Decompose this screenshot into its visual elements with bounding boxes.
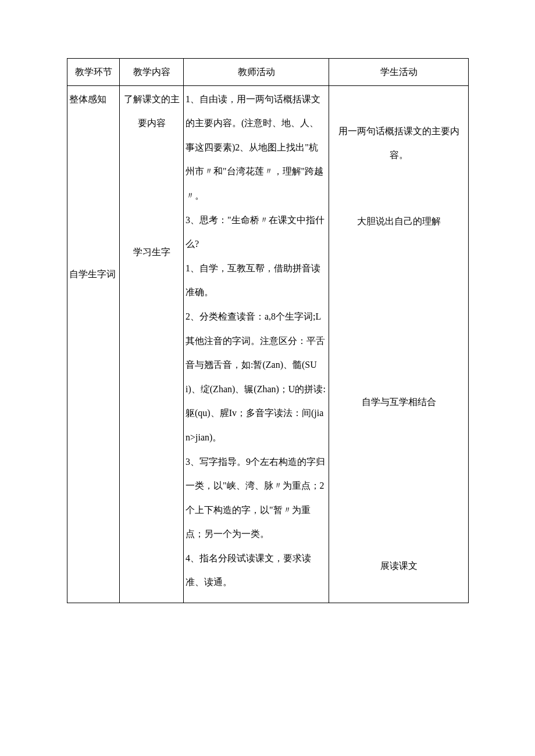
content-main: 了解课文的主要内容 (122, 87, 181, 135)
header-teacher: 教师活动 (184, 59, 329, 86)
cell-stage: 整体感知 自学生字词 (67, 85, 120, 603)
student-p3: 自学与互学相结合 (331, 390, 466, 414)
content-chars: 学习生字 (122, 240, 181, 264)
teacher-p4: 2、分类检查读音：a,8个生字词;L其他注音的字词。注意区分：平舌音与翘舌音，如… (186, 304, 327, 450)
stage-vocab: 自学生字词 (69, 262, 117, 286)
table-row: 整体感知 自学生字词 了解课文的主要内容 学习生字 1、自由读，用一两句话概括课… (67, 85, 469, 603)
teacher-p3: 1、自学，互教互帮，借助拼音读准确。 (186, 256, 327, 304)
teacher-p2: 3、思考："生命桥〃在课文中指什么? (186, 208, 327, 256)
teacher-p6: 4、指名分段试读课文，要求读准、读通。 (186, 546, 327, 594)
cell-teacher: 1、自由读，用一两句话概括课文的主要内容。(注意时、地、人、事这四要素)2、从地… (184, 85, 329, 603)
student-p1: 用一两句话概括课文的主要内容。 (331, 119, 466, 167)
student-p4: 展读课文 (331, 554, 466, 578)
cell-content: 了解课文的主要内容 学习生字 (120, 85, 184, 603)
lesson-plan-table: 教学环节 教学内容 教师活动 学生活动 整体感知 自学生字词 了解课文的主要内容… (67, 58, 469, 603)
header-content: 教学内容 (120, 59, 184, 86)
document-page: 教学环节 教学内容 教师活动 学生活动 整体感知 自学生字词 了解课文的主要内容… (0, 0, 535, 673)
teacher-p5: 3、写字指导。9个左右构造的字归一类，以"峡、湾、脉〃为重点；2个上下构造的字，… (186, 450, 327, 546)
header-student: 学生活动 (329, 59, 469, 86)
student-p2: 大胆说出自己的理解 (331, 209, 466, 234)
cell-student: 用一两句话概括课文的主要内容。 大胆说出自己的理解 自学与互学相结合 展读课文 (329, 85, 469, 603)
table-header-row: 教学环节 教学内容 教师活动 学生活动 (67, 59, 469, 86)
stage-overall: 整体感知 (69, 87, 117, 112)
header-stage: 教学环节 (67, 59, 120, 86)
teacher-p1: 1、自由读，用一两句话概括课文的主要内容。(注意时、地、人、事这四要素)2、从地… (186, 87, 327, 208)
